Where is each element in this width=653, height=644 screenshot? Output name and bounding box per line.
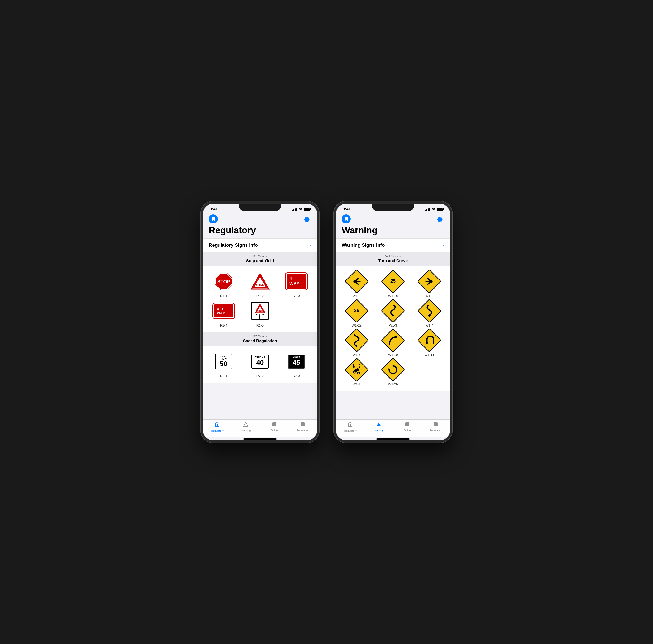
signs-grid-r1: STOP R1-1 YIELD R1-2	[203, 266, 317, 332]
sign-w1-1[interactable]: W1-1	[338, 271, 375, 298]
sign-label-w1-circle: W1-?b	[388, 382, 398, 386]
info-row-regulatory[interactable]: Regulatory Signs Info ›	[203, 238, 317, 252]
sign-r1-5[interactable]: YIELD HERE TO	[242, 300, 278, 327]
top-bar	[203, 213, 317, 224]
bookmark-button[interactable]	[209, 214, 218, 223]
sign-w1-5[interactable]: W1-5	[338, 330, 375, 357]
tab-icon-warning-active	[376, 422, 381, 428]
tab-recreation-warn[interactable]: Recreation	[428, 422, 444, 432]
tab-icon-recreation-reg	[300, 422, 305, 428]
signal-icon-warning	[425, 208, 430, 211]
tab-regulatory[interactable]: Regulatory	[209, 422, 225, 432]
sign-w1-10[interactable]: W1-10	[375, 330, 411, 357]
tab-label-warning-active: Warning	[374, 429, 384, 432]
tab-label-guide-warn: Guide	[404, 429, 411, 432]
svg-rect-34	[405, 423, 409, 426]
section-series-r1: R1 Series	[209, 254, 311, 258]
sign-w1-1a[interactable]: 25 W1-1a	[375, 271, 411, 298]
tab-label-warning-reg: Warning	[241, 429, 251, 432]
svg-marker-27	[426, 342, 428, 344]
tab-warning-reg[interactable]: Warning	[238, 422, 254, 432]
sign-label-r2-2: R2-2	[257, 374, 264, 378]
sign-r2-1[interactable]: SPEEDLIMIT 50 R2-1	[205, 351, 242, 378]
svg-rect-17	[272, 423, 276, 426]
tab-icon-recreation-warn	[433, 422, 438, 428]
sign-w1-3[interactable]: W1-3	[375, 300, 411, 327]
sign-label-r1-4: R1-4	[220, 324, 227, 327]
page-title-regulatory: Regulatory	[203, 224, 317, 238]
info-row-warning[interactable]: Warning Signs Info ›	[336, 238, 450, 252]
bookmark-button-warning[interactable]	[342, 214, 351, 223]
svg-text:YIELD: YIELD	[256, 283, 264, 286]
sign-label-w1-11: W1-11	[425, 353, 434, 357]
info-row-text-warning: Warning Signs Info	[342, 242, 385, 248]
sign-label-w1-5: W1-5	[353, 353, 360, 357]
sign-r2-3[interactable]: NIGHT 45 R2-3	[278, 351, 315, 378]
svg-text:HERE TO: HERE TO	[256, 313, 264, 315]
svg-marker-25	[355, 345, 358, 347]
status-icons-warning	[425, 207, 443, 211]
sign-r1-1[interactable]: STOP R1-1	[205, 271, 242, 298]
section-series-w1: W1 Series	[342, 254, 444, 258]
sign-w1-11[interactable]: W1-11	[411, 330, 448, 357]
svg-marker-19	[353, 280, 355, 283]
sign-r2-2[interactable]: TRUCKS 40 R2-2	[242, 351, 278, 378]
sign-w1-circle[interactable]: W1-?b	[375, 359, 411, 386]
svg-text:35: 35	[354, 308, 359, 313]
screen-warning: Warning Warning Signs Info › W1 Series T…	[336, 213, 450, 440]
svg-marker-16	[243, 422, 248, 427]
tab-label-recreation-warn: Recreation	[429, 429, 442, 432]
sign-label-w1-2a: W1-2a	[352, 324, 361, 327]
section-title-r2: Speed Regulation	[209, 339, 311, 343]
svg-text:25: 25	[390, 278, 395, 284]
sign-w1-4[interactable]: W1-4	[411, 300, 448, 327]
signs-grid-w1: W1-1 25 W1-1a	[336, 266, 450, 391]
svg-marker-32	[388, 368, 391, 371]
section-title-r1: Stop and Yield	[209, 259, 311, 263]
home-indicator-warn	[336, 437, 450, 440]
svg-point-11	[259, 315, 260, 317]
sign-r1-3[interactable]: 4-WAY R1-3	[278, 271, 315, 298]
phone-warning: 9:41 Warni	[334, 201, 452, 443]
home-indicator-reg	[203, 437, 317, 440]
battery-icon-warning	[437, 208, 443, 211]
tab-label-recreation-reg: Recreation	[296, 429, 309, 432]
battery-icon	[304, 208, 310, 211]
settings-button[interactable]	[302, 214, 311, 223]
sign-label-w1-4: W1-4	[426, 324, 433, 327]
tab-bar-warning: Regulatory Warning Guide	[336, 419, 450, 437]
tab-regulatory-warn[interactable]: Regulatory	[342, 422, 359, 432]
section-r2: R2 Series Speed Regulation	[203, 332, 317, 346]
status-icons	[292, 207, 310, 211]
sign-r1-2[interactable]: YIELD R1-2	[242, 271, 278, 298]
svg-marker-23	[391, 315, 394, 317]
svg-text:YIELD: YIELD	[257, 310, 263, 312]
settings-button-warning[interactable]	[435, 214, 444, 223]
sign-label-w1-2: W1-2	[426, 294, 433, 298]
tab-label-regulatory-warn: Regulatory	[344, 429, 357, 432]
tab-guide-reg[interactable]: Guide	[266, 422, 283, 432]
sign-w1-rollover[interactable]: W1-?	[338, 359, 375, 386]
section-r1: R1 Series Stop and Yield	[203, 252, 317, 266]
tab-icon-guide-reg	[272, 422, 276, 428]
screen-regulatory: Regulatory Regulatory Signs Info › R1 Se…	[203, 213, 317, 440]
tab-recreation-reg[interactable]: Recreation	[294, 422, 311, 432]
tab-icon-regulatory-warn	[347, 422, 353, 429]
svg-marker-24	[428, 315, 431, 317]
tab-icon-regulatory	[214, 422, 220, 429]
page-title-warning: Warning	[336, 224, 450, 238]
svg-point-29	[353, 371, 355, 373]
section-w1: W1 Series Turn and Curve	[336, 252, 450, 266]
sign-label-w1-1a: W1-1a	[388, 294, 398, 298]
tab-bar-regulatory: Regulatory Warning Guide	[203, 419, 317, 437]
sign-w1-2a[interactable]: 35 W1-2a	[338, 300, 375, 327]
svg-marker-21	[431, 280, 433, 283]
tab-warning-active[interactable]: Warning	[370, 422, 387, 432]
tab-guide-warn[interactable]: Guide	[399, 422, 415, 432]
sign-w1-2[interactable]: W1-2	[411, 271, 448, 298]
sign-label-w1-1: W1-1	[353, 294, 360, 298]
svg-rect-18	[301, 423, 305, 426]
sign-r1-4[interactable]: ALL WAY R1-4	[205, 300, 242, 327]
svg-text:STOP: STOP	[217, 279, 230, 284]
wifi-icon	[298, 207, 303, 211]
